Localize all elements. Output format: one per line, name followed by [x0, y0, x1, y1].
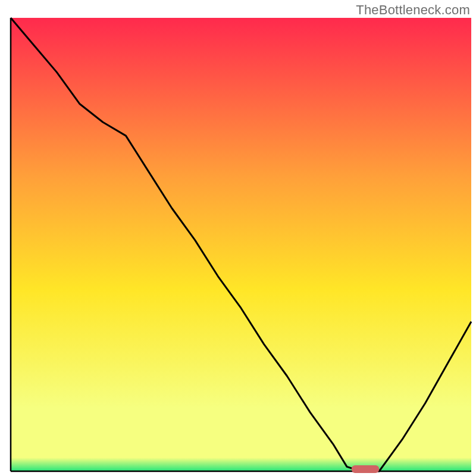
bottleneck-chart [0, 0, 476, 476]
chart-container: { "watermark": "TheBottleneck.com", "col… [0, 0, 476, 476]
optimal-marker [352, 465, 379, 473]
chart-background [11, 18, 471, 471]
